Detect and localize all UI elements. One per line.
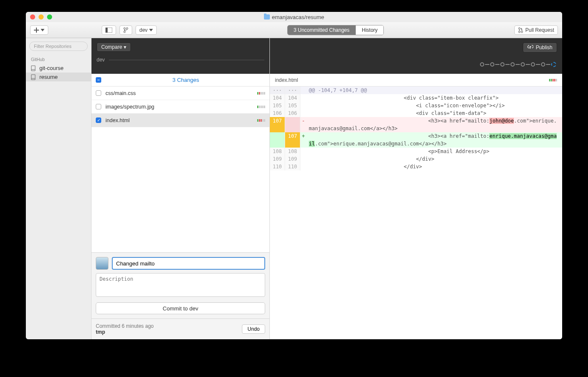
svg-point-4 — [124, 31, 125, 33]
diff-stat-icon — [549, 79, 557, 81]
file-name: images/spectrum.jpg — [105, 104, 253, 110]
sidebar-group-header: GitHub — [26, 55, 91, 64]
window-title: emanjavacas/resume — [26, 14, 562, 20]
repo-icon — [31, 65, 36, 71]
svg-point-7 — [521, 31, 523, 33]
filter-repos-input[interactable]: Filter Repositories — [29, 42, 88, 51]
body: Filter Repositories GitHub git-course re… — [26, 38, 562, 339]
publish-button[interactable]: Publish — [523, 42, 557, 53]
publish-header: Publish — [270, 38, 562, 74]
undo-button[interactable]: Undo — [242, 324, 265, 334]
file-list: css/main.css images/spectrum.jpg index.h… — [92, 87, 269, 252]
select-all-checkbox[interactable]: – — [96, 77, 101, 83]
cloud-upload-icon — [527, 45, 533, 50]
file-name: index.html — [105, 117, 253, 123]
repo-icon — [31, 74, 36, 80]
compare-button[interactable]: Compare ▾ — [97, 42, 131, 52]
main-panel: Compare ▾ dev – 3 Changes css/main.css — [92, 38, 562, 339]
pull-request-button[interactable]: Pull Request — [514, 25, 558, 35]
commit-graph — [480, 62, 556, 67]
file-checkbox[interactable] — [96, 90, 101, 96]
file-row[interactable]: css/main.css — [92, 87, 269, 100]
title-text: emanjavacas/resume — [272, 14, 325, 20]
diff-body[interactable]: ······@@ -104,7 +104,7 @@104104 <div cla… — [270, 87, 562, 339]
branch-selector[interactable]: dev — [136, 25, 157, 35]
sidebar: Filter Repositories GitHub git-course re… — [26, 38, 92, 339]
commit-footer: Committed 6 minutes agotmp Undo — [92, 318, 269, 339]
branch-timeline: dev — [97, 57, 264, 63]
sidebar-item-label: resume — [39, 74, 58, 80]
titlebar: emanjavacas/resume — [26, 12, 562, 22]
diff-file-name: index.html — [275, 77, 298, 83]
sidebar-item-git-course[interactable]: git-course — [26, 64, 91, 73]
svg-point-2 — [124, 28, 125, 29]
branch-name: dev — [139, 27, 147, 33]
toggle-sidebar-button[interactable] — [102, 25, 116, 35]
timeline-branch-label: dev — [97, 57, 105, 63]
commit-button[interactable]: Commit to dev — [96, 302, 265, 314]
file-row[interactable]: images/spectrum.jpg — [92, 100, 269, 114]
toolbar: dev 3 Uncommitted Changes History Pull R… — [26, 22, 562, 38]
sidebar-item-label: git-course — [39, 65, 64, 71]
compare-header: Compare ▾ dev — [92, 38, 269, 74]
diff-stat-icon — [257, 119, 265, 122]
svg-point-6 — [519, 31, 520, 33]
file-name: css/main.css — [105, 90, 253, 96]
diff-stat-icon — [257, 92, 265, 95]
view-tabs: 3 Uncommitted Changes History — [287, 25, 384, 35]
timeline-line — [109, 60, 264, 60]
sidebar-item-resume[interactable]: resume — [26, 73, 91, 81]
file-checkbox[interactable] — [96, 117, 101, 123]
last-commit-info: Committed 6 minutes agotmp — [96, 323, 154, 335]
svg-point-3 — [126, 28, 128, 29]
file-checkbox[interactable] — [96, 104, 101, 109]
pr-label: Pull Request — [525, 27, 554, 33]
tab-history[interactable]: History — [355, 25, 383, 35]
svg-point-5 — [519, 28, 520, 29]
changes-count: 3 Changes — [106, 77, 265, 83]
branch-button[interactable] — [119, 25, 132, 35]
commit-box: Commit to dev — [92, 252, 269, 318]
changes-header: – 3 Changes — [92, 74, 269, 87]
file-row[interactable]: index.html — [92, 114, 269, 127]
diff-file-header: index.html — [270, 74, 562, 87]
compare-label: Compare — [101, 44, 122, 50]
avatar — [96, 257, 108, 270]
changes-column: Compare ▾ dev – 3 Changes css/main.css — [92, 38, 270, 339]
add-button[interactable] — [30, 25, 48, 35]
folder-icon — [264, 14, 270, 20]
commit-description-input[interactable] — [96, 273, 265, 297]
diff-stat-icon — [257, 106, 265, 108]
diff-column: Publish index.html — [270, 38, 562, 339]
svg-rect-1 — [105, 28, 108, 33]
tab-changes[interactable]: 3 Uncommitted Changes — [288, 25, 355, 35]
app-window: emanjavacas/resume dev 3 Uncommitted Cha… — [26, 12, 562, 339]
commit-summary-input[interactable] — [112, 257, 265, 270]
publish-label: Publish — [536, 45, 552, 50]
